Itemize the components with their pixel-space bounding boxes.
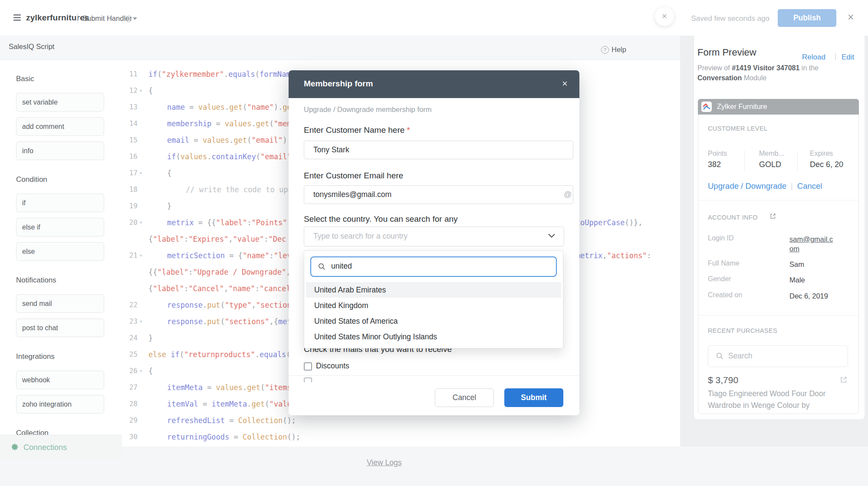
- token: (: [247, 136, 251, 144]
- customer-name-input[interactable]: Tony Stark: [304, 141, 573, 159]
- account-row-value[interactable]: sam@gmail.com: [789, 234, 835, 253]
- code-text: response.put("type","section");: [148, 297, 305, 313]
- search-icon: [716, 352, 723, 360]
- code-text: if(values.containKey("email")): [148, 148, 300, 165]
- purchase-price: $ 3,790: [708, 375, 738, 385]
- editor-title: SalesIQ Script: [9, 43, 54, 51]
- palette-block-send-mail[interactable]: send mail: [16, 294, 104, 313]
- palette-block-webhook[interactable]: webhook: [16, 371, 104, 389]
- token: =: [189, 136, 203, 144]
- edit-link[interactable]: Edit: [842, 53, 854, 62]
- external-link-icon[interactable]: [770, 213, 776, 219]
- gear-icon: [10, 443, 19, 451]
- token: :: [269, 251, 273, 260]
- modal-header: Membership form ×: [289, 70, 579, 98]
- code-text: }: [148, 198, 171, 214]
- metric-value: Dec 6, 20: [810, 160, 843, 169]
- card-header: Zylker Furniture: [698, 99, 859, 115]
- fold-caret-icon: ▾: [138, 214, 148, 231]
- fold-caret-empty: [138, 412, 148, 429]
- modal-close-icon[interactable]: ×: [562, 78, 568, 89]
- token: .: [229, 136, 233, 144]
- token: .: [252, 119, 256, 128]
- view-logs-link[interactable]: View Logs: [367, 458, 401, 467]
- fold-caret-empty: [138, 132, 148, 148]
- fold-caret-empty: [138, 346, 148, 363]
- token: ();: [283, 416, 296, 425]
- cancel-button[interactable]: Cancel: [435, 388, 494, 407]
- palette-block-post-to-chat[interactable]: post to chat: [16, 319, 104, 337]
- info-icon[interactable]: i: [125, 16, 132, 22]
- fold-caret-icon: ▾: [138, 82, 148, 99]
- country-option[interactable]: United Kingdom: [306, 298, 561, 313]
- fold-caret-empty: [138, 148, 148, 165]
- token: {: [167, 169, 171, 177]
- token: ,{: [269, 317, 278, 326]
- account-row-label: Full Name: [708, 259, 740, 267]
- token: (: [255, 70, 260, 79]
- token: .: [243, 383, 247, 392]
- help-link[interactable]: Help: [612, 46, 626, 54]
- line-number: 14: [122, 115, 138, 132]
- token: name: [167, 103, 185, 112]
- discounts-checkbox[interactable]: [304, 362, 312, 371]
- country-search-input[interactable]: united: [310, 256, 557, 277]
- country-select[interactable]: Type to search for a country: [304, 227, 564, 246]
- token: =: [185, 103, 198, 112]
- external-link-icon[interactable]: [840, 376, 847, 383]
- reload-link[interactable]: Reload: [802, 53, 825, 62]
- code-text: returningGoods = Collection();: [148, 429, 300, 445]
- window-close-icon[interactable]: ×: [848, 11, 854, 23]
- hamburger-menu-icon[interactable]: [13, 14, 21, 22]
- token: equals: [228, 70, 255, 79]
- token: ();: [287, 433, 300, 441]
- handler-selector[interactable]: Submit Handler: [82, 14, 132, 23]
- required-asterisk: *: [404, 125, 410, 135]
- country-option[interactable]: United States of America: [306, 313, 561, 329]
- purchases-search-input[interactable]: Search: [708, 345, 848, 367]
- line-number: 17: [122, 165, 138, 181]
- token: .: [247, 400, 251, 408]
- token: =: [198, 400, 212, 408]
- customer-metrics: Points382Memb...GOLDExpiresDec 6, 20: [708, 150, 851, 174]
- fold-caret-empty: [138, 181, 148, 198]
- top-bar: zylkerfurnitures | Submit Handler i Save…: [0, 0, 868, 36]
- metric-value: 382: [708, 160, 721, 169]
- token: values: [203, 136, 229, 144]
- palette-block-if[interactable]: if: [16, 194, 104, 212]
- palette-block-else-if[interactable]: else if: [16, 218, 104, 236]
- token: returningGoods: [167, 433, 229, 441]
- fold-caret-icon: ▾: [138, 363, 148, 379]
- recent-purchases-title: RECENT PURCHASES: [708, 327, 777, 334]
- palette-block-set-variable[interactable]: set variable: [16, 93, 104, 112]
- country-option[interactable]: United States Minor Outlying Islands: [306, 329, 561, 345]
- token: (: [220, 301, 225, 309]
- code-text: itemVal = itemMeta.get("value");: [148, 396, 309, 412]
- account-row-value: Male: [789, 275, 850, 285]
- fold-caret-empty: [138, 231, 148, 247]
- palette-block-else[interactable]: else: [16, 242, 104, 261]
- palette-block-add-comment[interactable]: add comment: [16, 117, 104, 136]
- token: values: [225, 119, 251, 128]
- editor-close-button[interactable]: ×: [655, 7, 674, 26]
- publish-button[interactable]: Publish: [778, 9, 836, 27]
- link-divider: |: [835, 53, 836, 60]
- token: (: [260, 383, 265, 392]
- connections-link[interactable]: Connections: [23, 443, 67, 452]
- submit-button[interactable]: Submit: [504, 388, 563, 407]
- customer-email-input[interactable]: tonysmiles@gmail.com@: [304, 185, 573, 204]
- token: put: [207, 301, 220, 309]
- country-option[interactable]: United Arab Emirates: [306, 282, 561, 298]
- palette-block-zoho-integration[interactable]: zoho integration: [16, 395, 104, 414]
- token: "Points": [252, 218, 287, 227]
- cancel-membership-link[interactable]: Cancel: [797, 181, 822, 190]
- account-row-label: Created on: [708, 291, 742, 299]
- modal-footer: Cancel Submit: [289, 376, 579, 415]
- line-number: [122, 264, 138, 280]
- email-field-label: Enter Customer Email here: [304, 171, 403, 181]
- token: itemMeta: [167, 383, 203, 392]
- fold-caret-empty: [138, 330, 148, 346]
- upgrade-downgrade-link[interactable]: Upgrade / Downgrade: [708, 181, 786, 190]
- code-text: email = values.get("email");: [148, 132, 292, 148]
- palette-block-info[interactable]: info: [16, 141, 104, 160]
